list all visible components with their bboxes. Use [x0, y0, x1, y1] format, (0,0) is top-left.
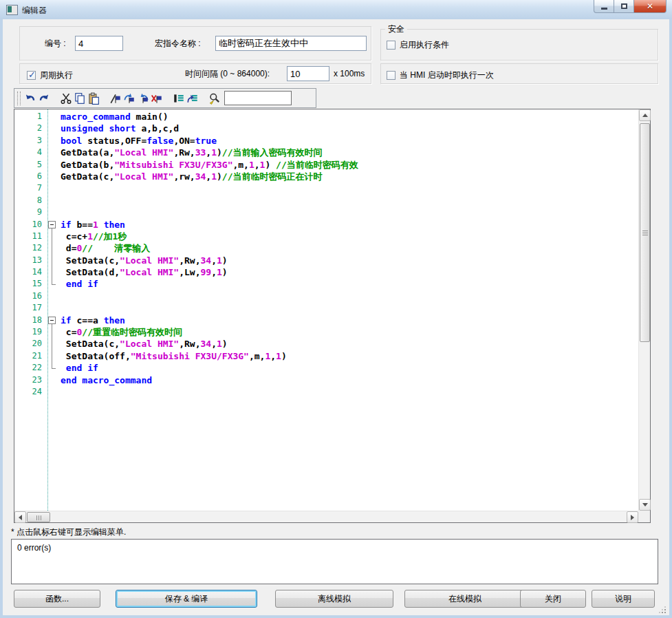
scroll-left-button[interactable] — [14, 511, 26, 523]
maximize-button[interactable] — [614, 0, 633, 13]
enable-condition-checkbox[interactable] — [387, 41, 395, 50]
clear-bookmarks-icon[interactable] — [150, 92, 164, 105]
toolbar-grip[interactable] — [17, 92, 21, 105]
code-text: SetData(d,"Local HMI",Lw,99,1) — [61, 266, 228, 278]
line-number: 7 — [14, 182, 45, 194]
code-line[interactable]: 6GetData(c,"Local HMI",rw,34,1)//当前临时密码正… — [14, 171, 638, 182]
find-icon[interactable] — [208, 92, 221, 105]
code-line[interactable]: 15 end if — [14, 278, 638, 290]
online-simulation-button[interactable]: 在线模拟 — [404, 590, 525, 608]
code-text: if b==1 then — [61, 219, 125, 231]
close-button[interactable]: ✕ — [633, 0, 666, 13]
line-number: 1 — [14, 111, 45, 122]
code-text: c=c+1//加1秒 — [61, 231, 127, 242]
window-title: 编辑器 — [22, 5, 47, 17]
offline-simulation-button[interactable]: 离线模拟 — [275, 590, 393, 608]
code-line[interactable]: 21 SetData(off,"Mitsubishi FX3U/FX3G",m,… — [14, 350, 638, 362]
line-number: 12 — [14, 242, 45, 254]
code-area[interactable]: 1macro_command main()2unsigned short a,b… — [14, 111, 638, 398]
code-line[interactable]: 13 SetData(c,"Local HMI",Rw,34,1) — [14, 255, 638, 266]
help-button[interactable]: 说明 — [592, 590, 655, 608]
code-line[interactable]: 19 c=0//重置临时密码有效时间 — [14, 326, 638, 338]
scroll-down-button[interactable] — [639, 499, 651, 511]
next-bookmark-icon[interactable] — [122, 92, 136, 105]
fold-column — [45, 278, 61, 290]
indent-lines-icon[interactable] — [172, 92, 186, 105]
undo-icon[interactable] — [23, 92, 37, 105]
code-line[interactable]: 18if c==a then — [14, 315, 638, 326]
scroll-right-button[interactable] — [627, 511, 638, 523]
titlebar[interactable]: 编辑器 ✕ — [0, 0, 672, 20]
fold-column — [45, 195, 61, 206]
copy-icon[interactable] — [73, 92, 87, 105]
app-icon — [6, 5, 18, 15]
code-line[interactable]: 7 — [14, 182, 638, 194]
resize-grip[interactable] — [659, 606, 666, 613]
code-line[interactable]: 9 — [14, 206, 638, 218]
fold-column — [45, 182, 61, 194]
code-line[interactable]: 10if b==1 then — [14, 219, 638, 231]
arrow-up-icon — [642, 114, 648, 117]
code-line[interactable]: 20 SetData(c,"Local HMI",Rw,34,1) — [14, 338, 638, 350]
fold-column — [45, 122, 61, 134]
code-line[interactable]: 3bool status,OFF=false,ON=true — [14, 135, 638, 147]
code-text: if c==a then — [61, 315, 125, 326]
fold-column — [45, 338, 61, 350]
code-line[interactable]: 16 — [14, 290, 638, 302]
save-compile-button[interactable]: 保存 & 编译 — [116, 590, 257, 608]
code-line[interactable]: 17 — [14, 302, 638, 314]
fold-marker[interactable] — [45, 315, 61, 326]
code-view[interactable]: 1macro_command main()2unsigned short a,b… — [14, 109, 638, 511]
code-editor[interactable]: 1macro_command main()2unsigned short a,b… — [14, 109, 651, 523]
outdent-lines-icon[interactable] — [186, 92, 199, 105]
security-group: 安全 启用执行条件 — [380, 29, 658, 61]
fold-column — [45, 266, 61, 278]
code-text: d=0// 清零输入 — [61, 242, 150, 254]
code-line[interactable]: 8 — [14, 195, 638, 206]
fold-column — [45, 302, 61, 314]
find-input[interactable] — [224, 91, 292, 105]
macro-id-input[interactable] — [75, 36, 123, 51]
code-line[interactable]: 1macro_command main() — [14, 111, 638, 122]
close-dialog-button[interactable]: 关闭 — [520, 590, 586, 608]
startup-label: 当 HMI 启动时即执行一次 — [400, 70, 494, 81]
horizontal-scrollbar[interactable] — [14, 511, 638, 522]
enable-condition-label: 启用执行条件 — [400, 39, 449, 51]
redo-icon[interactable] — [37, 92, 51, 105]
code-line[interactable]: 4GetData(a,"Local HMI",Rw,33,1)//当前输入密码有… — [14, 147, 638, 158]
line-number: 15 — [14, 278, 45, 290]
vertical-scroll-thumb[interactable] — [640, 123, 650, 342]
scroll-up-button[interactable] — [639, 109, 651, 121]
code-line[interactable]: 22 end if — [14, 362, 638, 374]
vertical-scrollbar[interactable] — [638, 109, 650, 511]
toggle-bookmark-icon[interactable] — [109, 92, 122, 105]
line-number: 23 — [14, 374, 45, 386]
paste-icon[interactable] — [87, 92, 100, 105]
code-line[interactable]: 14 SetData(d,"Local HMI",Lw,99,1) — [14, 266, 638, 278]
periodic-checkbox[interactable] — [27, 71, 36, 80]
code-text: end if — [61, 278, 98, 290]
code-text: SetData(off,"Mitsubishi FX3U/FX3G",m,1,1… — [61, 350, 287, 362]
function-button[interactable]: 函数... — [14, 590, 100, 608]
minimize-button[interactable] — [594, 0, 614, 13]
code-line[interactable]: 24 — [14, 386, 638, 398]
previous-bookmark-icon[interactable] — [136, 92, 150, 105]
startup-checkbox[interactable] — [387, 71, 395, 80]
fold-marker[interactable] — [45, 219, 61, 231]
interval-input[interactable] — [287, 66, 329, 81]
code-line[interactable]: 5GetData(b,"Mitsubishi FX3U/FX3G",m,1,1)… — [14, 159, 638, 171]
code-line[interactable]: 12 d=0// 清零输入 — [14, 242, 638, 254]
macro-name-input[interactable] — [215, 36, 367, 51]
code-line[interactable]: 2unsigned short a,b,c,d — [14, 122, 638, 134]
cut-icon[interactable] — [59, 92, 73, 105]
code-line[interactable]: 23end macro_command — [14, 374, 638, 386]
line-number: 24 — [14, 386, 45, 398]
line-number: 8 — [14, 195, 45, 206]
code-line[interactable]: 11 c=c+1//加1秒 — [14, 231, 638, 242]
line-number: 17 — [14, 302, 45, 314]
horizontal-scroll-thumb[interactable] — [27, 512, 50, 522]
line-number: 6 — [14, 171, 45, 182]
security-group-label: 安全 — [385, 23, 407, 35]
code-text: GetData(a,"Local HMI",Rw,33,1)//当前输入密码有效… — [61, 147, 322, 158]
line-number: 14 — [14, 266, 45, 278]
